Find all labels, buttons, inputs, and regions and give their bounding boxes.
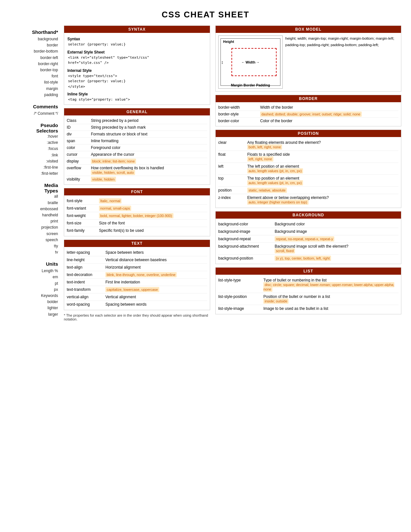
syntax-body: Syntax selector {property: value;} Exter… bbox=[64, 33, 210, 104]
bg-row-repeat: background-repeat repeat, no-repeat, rep… bbox=[218, 235, 398, 243]
list-item: :active bbox=[10, 140, 58, 146]
prop-name: background-image bbox=[218, 229, 275, 234]
syntax-section: SYNTAX Syntax selector {property: value;… bbox=[64, 25, 210, 105]
prop-desc: Italic, normal bbox=[99, 199, 207, 203]
prop-desc: The top position of an element auto, len… bbox=[247, 176, 398, 185]
prop-desc: Size of the font bbox=[99, 221, 207, 225]
external-label: External Style Sheet bbox=[67, 50, 207, 54]
pseudo-list: :hover :active :focus :link :visited :fi… bbox=[10, 133, 58, 177]
list-item: list-style bbox=[10, 79, 58, 85]
prop-values: normal, small-caps bbox=[99, 206, 131, 211]
list-header: LIST bbox=[216, 268, 401, 275]
list-item: braille bbox=[10, 200, 58, 206]
list-item: border-top bbox=[10, 67, 58, 73]
list-row-type: list-style-type Type of bullet or number… bbox=[218, 277, 398, 293]
footer-note: * The properties for each selector are i… bbox=[64, 313, 210, 321]
text-header: TEXT bbox=[64, 240, 210, 247]
prop-desc: normal, small-caps bbox=[99, 206, 207, 211]
inline-code: <tag style="property: value"> bbox=[68, 97, 207, 103]
center-column: SYNTAX Syntax selector {property: value;… bbox=[61, 25, 213, 321]
list-item: em bbox=[10, 274, 58, 280]
prop-name: border-style bbox=[218, 112, 260, 116]
general-row-class: Class String preceded by a period bbox=[67, 117, 207, 124]
font-row-style: font-style Italic, normal bbox=[67, 197, 207, 205]
internal-label: Internal Style bbox=[67, 68, 207, 73]
font-section: FONT font-style Italic, normal font-vari… bbox=[64, 188, 210, 236]
border-row-color: border-color Color of the border bbox=[218, 118, 398, 124]
prop-values: capitalize, lowercase, uppercase bbox=[105, 287, 159, 292]
text-row-wordspacing: word-spacing Spacing between words bbox=[67, 301, 207, 308]
prop-desc: The left position of an element auto, le… bbox=[247, 164, 398, 173]
prop-values: inside; outside bbox=[263, 299, 289, 304]
prop-desc: Inline formatting bbox=[91, 139, 207, 143]
bg-row-color: background-color Background color bbox=[218, 221, 398, 228]
prop-desc: Appearance of the cursor bbox=[91, 152, 207, 157]
list-item: font bbox=[10, 73, 58, 79]
prop-values: left, right, none bbox=[247, 156, 273, 162]
text-row-textdecoration: text-decoration blink, line-through, non… bbox=[67, 271, 207, 279]
prop-name: list-style-position bbox=[218, 294, 263, 299]
prop-name: overflow bbox=[67, 166, 91, 170]
prop-name: vertical-align bbox=[67, 295, 105, 299]
prop-values: auto, length values (pt, in, cm, px) bbox=[247, 180, 303, 185]
prop-name: text-align bbox=[67, 265, 105, 270]
diagram-width-label: ←Width→ bbox=[241, 60, 259, 64]
prop-values: auto, integer (higher numbers on top) bbox=[247, 200, 308, 205]
diagram-bottom-label: Margin Border Padding bbox=[219, 83, 282, 87]
list-item: bolder bbox=[10, 299, 58, 305]
prop-name: font-family bbox=[67, 228, 99, 233]
page-title: CSS CHEAT SHEET bbox=[10, 10, 401, 20]
left-sidebar: Shorthand* background border border-bott… bbox=[10, 25, 61, 318]
list-item: :visited bbox=[10, 158, 58, 164]
text-row-textalign: text-align Horizontal alignment bbox=[67, 264, 207, 271]
prop-desc: Image to be used as the bullet in a list bbox=[263, 306, 398, 311]
syntax-label: Syntax bbox=[67, 37, 207, 41]
border-row-width: border-width Width of the border bbox=[218, 104, 398, 111]
diagram-arrow-left: ↕ bbox=[221, 60, 223, 65]
list-row-position: list-style-position Position of the bull… bbox=[218, 293, 398, 305]
position-row-zindex: z-index Element above or below overlappi… bbox=[218, 194, 398, 206]
text-row-lineheight: line-height Vertical distance between ba… bbox=[67, 256, 207, 264]
prop-name: text-indent bbox=[67, 280, 105, 284]
prop-values: disc; circle; square; decimal; lower-rom… bbox=[263, 282, 394, 292]
prop-desc: Vertical alignment bbox=[105, 295, 207, 299]
background-header: BACKGROUND bbox=[216, 212, 401, 219]
comments-item: /* Comment */ bbox=[10, 111, 58, 117]
font-header: FONT bbox=[64, 188, 210, 195]
prop-values: auto, length values (pt, in, cm, px) bbox=[247, 168, 303, 173]
text-row-letterspacing: letter-spacing Space between letters bbox=[67, 249, 207, 256]
list-item: border bbox=[10, 42, 58, 48]
prop-name: clear bbox=[218, 140, 247, 145]
prop-name: Class bbox=[67, 118, 91, 123]
general-body: Class String preceded by a period ID Str… bbox=[64, 115, 210, 184]
general-row-id: ID String preceded by a hash mark bbox=[67, 124, 207, 131]
box-model-description: height; width; margin-top; margin-right;… bbox=[285, 35, 398, 89]
general-row-color: color Foreground color bbox=[67, 144, 207, 151]
prop-name: font-variant bbox=[67, 206, 99, 211]
prop-desc: String preceded by a hash mark bbox=[91, 125, 207, 130]
box-model-section: BOX MODEL Height ←Width→ ↕ Margi bbox=[215, 25, 401, 92]
prop-desc: dashed; dotted; double; groove; inset; o… bbox=[260, 112, 398, 116]
list-item: tty bbox=[10, 243, 58, 249]
prop-values: static, relative, absolute bbox=[247, 188, 287, 193]
prop-desc: Any floating elements around the element… bbox=[247, 140, 398, 149]
prop-name: border-width bbox=[218, 105, 260, 110]
text-row-texttransform: text-transform capitalize, lowercase, up… bbox=[67, 286, 207, 293]
prop-desc: Spacing between words bbox=[105, 302, 207, 307]
text-section: TEXT letter-spacing Space between letter… bbox=[64, 240, 210, 310]
list-item: tv bbox=[10, 249, 58, 255]
text-row-verticalalign: vertical-align Vertical alignment bbox=[67, 293, 207, 301]
position-row-top: top The top position of an element auto,… bbox=[218, 175, 398, 187]
prop-name: color bbox=[67, 145, 91, 150]
list-item: border-bottom bbox=[10, 48, 58, 54]
right-column: BOX MODEL Height ←Width→ ↕ Margi bbox=[213, 25, 401, 318]
list-item: background bbox=[10, 36, 58, 42]
media-list: all braille embossed handheld print proj… bbox=[10, 193, 58, 255]
prop-desc: Element above or below overlapping eleme… bbox=[247, 195, 398, 204]
prop-name: z-index bbox=[218, 195, 247, 200]
prop-name: cursor bbox=[67, 152, 91, 157]
list-item: larger bbox=[10, 311, 58, 318]
list-item: :first-line bbox=[10, 164, 58, 171]
list-item: :hover bbox=[10, 133, 58, 140]
prop-name: word-spacing bbox=[67, 302, 105, 307]
